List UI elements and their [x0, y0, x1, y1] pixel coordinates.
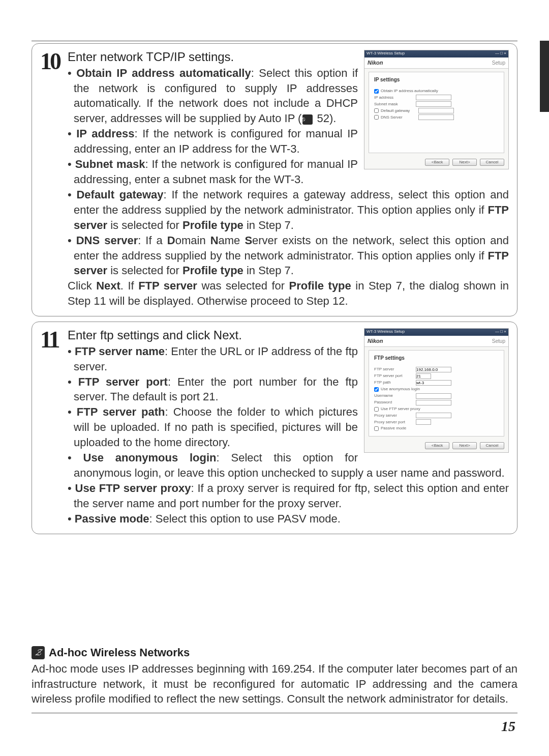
dns-S: S: [245, 234, 252, 247]
step-10-box: 10 WT-3 Wireless Setup — □ × Nikon Setup…: [32, 43, 517, 316]
after-c: . If: [120, 279, 138, 292]
proxy-label: Use FTP server proxy: [381, 406, 420, 412]
bullet-proxy: Use FTP server proxy: If a proxy server …: [68, 481, 509, 511]
ip-label: IP address: [374, 95, 416, 101]
obtain-label: Obtain IP address automatically: [76, 67, 251, 79]
page-number: 15: [32, 718, 517, 735]
step-11-lead-a: Enter ftp settings and click: [68, 328, 214, 342]
user-label: Username: [374, 393, 416, 399]
passive-checkbox[interactable]: [374, 426, 379, 431]
panel-heading: IP settings: [374, 76, 499, 83]
dns-N: N: [210, 234, 219, 247]
bullet-gateway: Default gateway: If the network requires…: [68, 187, 509, 233]
adhoc-note: 𝓩 Ad-hoc Wireless Networks Ad-hoc mode u…: [32, 646, 517, 707]
dns-label-text: DNS server: [76, 234, 138, 247]
dns-label: DNS Server: [381, 115, 418, 121]
subnet-label: Subnet mask: [374, 102, 416, 107]
passive-label: Passive mode: [381, 426, 406, 431]
note-heading-text: Ad-hoc Wireless Networks: [49, 646, 190, 659]
back-button[interactable]: <Back: [425, 159, 449, 166]
bullet-dns: DNS server: If a Domain Name Server exis…: [68, 233, 509, 279]
pserver-input[interactable]: [416, 413, 451, 418]
gateway-input[interactable]: [418, 108, 454, 113]
window-controls: — □ ×: [495, 51, 506, 57]
dialog-title: WT-3 Wireless Setup: [367, 51, 405, 57]
step-number-10: 10: [40, 49, 68, 73]
step-11-body: WT-3 Wireless Setup — □ × Nikon Setup FT…: [68, 327, 509, 527]
after-f: Profile type: [289, 279, 351, 292]
after-d: FTP server: [138, 279, 197, 292]
gateway-b2: Profile type: [182, 219, 243, 231]
dns-c: ame: [219, 234, 245, 247]
proxy-label-text: Use FTP server proxy: [75, 482, 191, 495]
subnet-input[interactable]: [416, 101, 451, 107]
dns-D: D: [167, 234, 175, 247]
gateway-checkbox[interactable]: [374, 108, 379, 113]
anon-label: Use anonymous login: [381, 387, 420, 392]
user-input[interactable]: [416, 393, 451, 399]
dialog-titlebar: WT-3 Wireless Setup — □ ×: [364, 50, 508, 57]
obtain-ip-label: Obtain IP address automatically: [381, 89, 438, 94]
pport-label: Proxy server port: [374, 420, 416, 425]
dns-b: omain: [175, 234, 210, 247]
step-11-lead-c: .: [238, 328, 242, 342]
step-11-box: 11 WT-3 Wireless Setup — □ × Nikon Setup…: [32, 322, 517, 534]
ip-settings-dialog: WT-3 Wireless Setup — □ × Nikon Setup IP…: [364, 50, 509, 169]
obtain-ip-checkbox[interactable]: [374, 89, 379, 94]
after-b: Next: [96, 279, 120, 292]
passive-text: : Select this option to use PASV mode.: [149, 512, 341, 525]
next-button[interactable]: Next>: [452, 159, 477, 166]
bottom-rule: [32, 713, 517, 713]
brand-logo: Nikon: [368, 337, 383, 345]
ftp-port-input[interactable]: [416, 373, 431, 379]
step-10-lead: Enter network TCP/IP settings.: [68, 50, 234, 64]
dns-b2: Profile type: [182, 264, 243, 277]
dialog-panel: FTP settings FTP server FTP server port …: [369, 350, 504, 437]
page-ref-icon: ⎋: [302, 114, 313, 125]
setup-label: Setup: [492, 338, 505, 345]
note-body: Ad-hoc mode uses IP addresses beginning …: [32, 661, 517, 707]
note-icon: 𝓩: [32, 646, 45, 659]
ftp-path-input[interactable]: [416, 380, 451, 386]
proxy-checkbox[interactable]: [374, 407, 379, 412]
anon-label-text: Use anonymous login: [83, 451, 217, 464]
gateway-mid: is selected for: [107, 219, 182, 231]
window-controls: — □ ×: [495, 329, 506, 335]
cancel-button[interactable]: Cancel: [480, 442, 504, 449]
dns-input[interactable]: [418, 114, 454, 120]
step-10-body: WT-3 Wireless Setup — □ × Nikon Setup IP…: [68, 49, 509, 309]
gateway-label: Default gateway: [381, 108, 418, 114]
manual-page: 10 WT-3 Wireless Setup — □ × Nikon Setup…: [0, 0, 549, 750]
dialog-titlebar: WT-3 Wireless Setup — □ ×: [364, 329, 508, 336]
dialog-brand-row: Nikon Setup: [364, 336, 508, 347]
next-button[interactable]: Next>: [452, 442, 477, 449]
ftp-name-label: FTP server name: [75, 345, 165, 358]
ftp-server-input[interactable]: [416, 367, 451, 372]
pass-label: Password: [374, 400, 416, 405]
dialog-brand-row: Nikon Setup: [364, 57, 508, 69]
pserver-label: Proxy server: [374, 413, 416, 419]
anon-checkbox[interactable]: [374, 387, 379, 392]
passive-label-text: Passive mode: [75, 512, 149, 525]
dns-mid: is selected for: [107, 264, 182, 277]
pport-input[interactable]: [416, 419, 431, 425]
setup-label: Setup: [492, 60, 505, 67]
dialog-panel: IP settings Obtain IP address automatica…: [369, 72, 504, 153]
bullet-passive: Passive mode: Select this option to use …: [68, 511, 509, 527]
pass-input[interactable]: [416, 400, 451, 405]
ip-label-text: IP address: [76, 127, 134, 140]
ftp-settings-dialog: WT-3 Wireless Setup — □ × Nikon Setup FT…: [364, 328, 509, 453]
ftp-path-label-text: FTP server path: [77, 405, 165, 418]
ftp-path-label: FTP path: [374, 380, 416, 386]
brand-logo: Nikon: [368, 59, 383, 67]
panel-heading: FTP settings: [374, 355, 499, 362]
back-button[interactable]: <Back: [425, 442, 449, 449]
ftp-server-label: FTP server: [374, 367, 416, 372]
ip-input[interactable]: [416, 95, 451, 100]
top-rule: [32, 41, 517, 41]
dns-checkbox[interactable]: [374, 115, 379, 120]
bullet-anon: Use anonymous login: Select this option …: [68, 450, 509, 481]
step-number-11: 11: [40, 327, 68, 352]
cancel-button[interactable]: Cancel: [480, 159, 504, 166]
dialog-title: WT-3 Wireless Setup: [367, 329, 405, 335]
